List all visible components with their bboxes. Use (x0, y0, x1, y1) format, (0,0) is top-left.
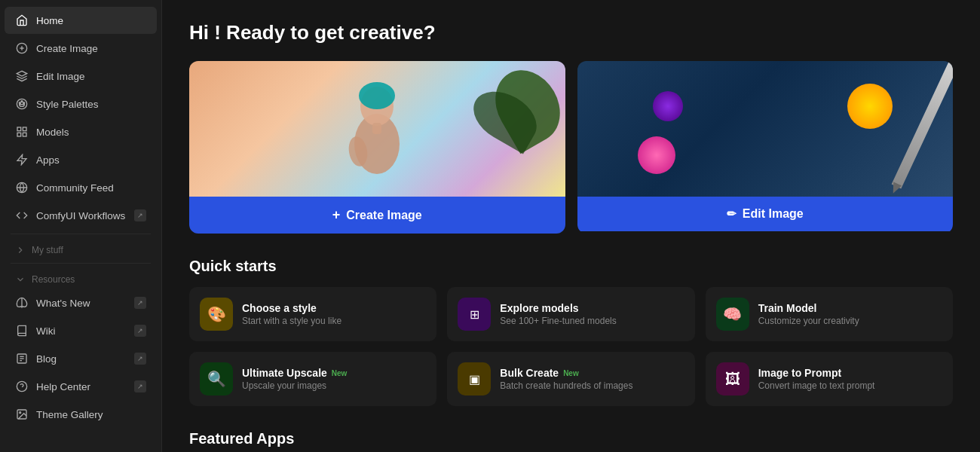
edit-image-card-image (577, 61, 954, 197)
train-model-sub: Customize your creativity (758, 316, 859, 326)
divider-2 (11, 263, 151, 264)
external-link-blog-icon: ↗ (134, 353, 146, 365)
quick-start-explore-models[interactable]: ⊞ Explore models See 100+ Fine-tuned mod… (447, 287, 694, 341)
svg-rect-10 (17, 133, 21, 136)
plus-circle-icon (15, 41, 29, 55)
external-link-whats-new-icon: ↗ (134, 297, 146, 309)
svg-marker-12 (17, 154, 26, 164)
external-link-icon: ↗ (134, 209, 146, 221)
sidebar-item-comfyui-workflows[interactable]: ComfyUI Workflows ↗ (5, 202, 157, 229)
book-icon (15, 324, 29, 337)
sidebar: Home Create Image Edit Ima (0, 0, 162, 452)
sidebar-label-create-image: Create Image (36, 43, 146, 54)
bulk-create-sub: Batch create hundreds of images (500, 380, 632, 391)
globe-icon (15, 181, 29, 194)
my-stuff-section[interactable]: My stuff (5, 239, 157, 258)
svg-point-6 (21, 101, 23, 102)
train-model-icon: 🧠 (716, 298, 749, 331)
chevron-down-icon (15, 274, 26, 285)
pencil-body (892, 61, 953, 188)
newspaper-icon (15, 352, 29, 365)
bolt-icon (15, 153, 29, 166)
ultimate-upscale-title: Ultimate Upscale New (242, 367, 347, 379)
svg-point-5 (19, 102, 20, 104)
question-circle-icon (15, 380, 29, 393)
bulk-create-new-badge: New (563, 369, 579, 377)
chevron-right-icon (15, 245, 26, 255)
sidebar-label-help-center: Help Center (36, 381, 127, 392)
svg-rect-9 (23, 127, 26, 131)
explore-models-text: Explore models See 100+ Fine-tuned model… (500, 302, 616, 326)
sidebar-item-create-image[interactable]: Create Image (5, 35, 157, 62)
my-stuff-label: My stuff (32, 245, 63, 255)
sidebar-item-models[interactable]: Models (5, 118, 157, 145)
plus-icon: + (332, 207, 341, 223)
image-to-prompt-icon: 🖼 (716, 362, 749, 396)
explore-models-icon: ⊞ (458, 298, 491, 331)
sidebar-label-theme-gallery: Theme Gallery (36, 409, 146, 420)
sidebar-label-wiki: Wiki (36, 325, 127, 337)
sidebar-item-style-palettes[interactable]: Style Palettes (5, 90, 157, 118)
pencil-tip (889, 182, 902, 195)
main-content: Hi ! Ready to get creative? (162, 0, 980, 452)
svg-rect-11 (23, 133, 26, 136)
edit-image-card[interactable]: ✏ Edit Image (577, 61, 954, 234)
sidebar-item-home[interactable]: Home (5, 7, 157, 34)
sidebar-label-home: Home (36, 15, 146, 26)
quick-start-image-to-prompt[interactable]: 🖼 Image to Prompt Convert image to text … (706, 352, 953, 406)
quick-start-bulk-create[interactable]: ▣ Bulk Create New Batch create hundreds … (447, 352, 694, 406)
quick-start-ultimate-upscale[interactable]: 🔍 Ultimate Upscale New Upscale your imag… (189, 352, 436, 406)
image-to-prompt-text: Image to Prompt Convert image to text pr… (758, 367, 875, 391)
create-image-card[interactable]: + Create Image (189, 61, 565, 234)
image-to-prompt-title: Image to Prompt (758, 367, 875, 379)
edit-image-btn-label: Edit Image (743, 207, 804, 221)
ultimate-upscale-new-badge: New (332, 369, 348, 377)
train-model-title: Train Model (758, 302, 859, 314)
sidebar-item-edit-image[interactable]: Edit Image (5, 63, 157, 90)
sidebar-item-help-center[interactable]: Help Center ↗ (5, 373, 157, 400)
gold-orb (847, 84, 893, 129)
ultimate-upscale-icon: 🔍 (200, 362, 233, 396)
explore-models-sub: See 100+ Fine-tuned models (500, 316, 616, 326)
create-image-button[interactable]: + Create Image (189, 197, 565, 234)
sidebar-label-comfyui-workflows: ComfyUI Workflows (36, 210, 127, 221)
hero-cards-container: + Create Image ✏ Edit Image (189, 61, 953, 234)
divider-1 (11, 234, 151, 234)
external-link-wiki-icon: ↗ (134, 325, 146, 337)
sidebar-item-community-feed[interactable]: Community Feed (5, 174, 157, 201)
sidebar-label-whats-new: What's New (36, 298, 127, 309)
grid-icon (15, 125, 29, 139)
featured-apps-title: Featured Apps (189, 430, 953, 447)
rocket-icon (15, 296, 29, 310)
quick-start-choose-style[interactable]: 🎨 Choose a style Start with a style you … (189, 287, 436, 341)
sidebar-item-theme-gallery[interactable]: Theme Gallery (5, 401, 157, 428)
image-gallery-icon (15, 408, 29, 421)
sidebar-item-apps[interactable]: Apps (5, 146, 157, 173)
sidebar-label-style-palettes: Style Palettes (36, 99, 146, 110)
svg-rect-26 (372, 123, 381, 134)
bulk-create-title: Bulk Create New (500, 367, 632, 379)
svg-marker-3 (17, 71, 26, 76)
resources-label: Resources (32, 274, 75, 285)
sidebar-item-blog[interactable]: Blog ↗ (5, 345, 157, 372)
create-image-card-image (189, 61, 565, 197)
sidebar-item-whats-new[interactable]: What's New ↗ (5, 289, 157, 316)
bulk-create-text: Bulk Create New Batch create hundreds of… (500, 367, 632, 391)
sidebar-label-blog: Blog (36, 353, 127, 365)
home-icon (15, 14, 29, 27)
create-image-btn-label: Create Image (346, 209, 422, 222)
svg-point-7 (23, 102, 25, 104)
svg-point-21 (20, 412, 21, 414)
code-icon (15, 209, 29, 222)
figure-illustration (332, 69, 422, 197)
quick-start-train-model[interactable]: 🧠 Train Model Customize your creativity (706, 287, 953, 341)
resources-section[interactable]: Resources (5, 268, 157, 288)
ultimate-upscale-sub: Upscale your images (242, 380, 347, 391)
pink-orb (638, 136, 675, 174)
edit-image-button[interactable]: ✏ Edit Image (577, 197, 954, 231)
choose-style-icon: 🎨 (200, 298, 233, 331)
sidebar-item-wiki[interactable]: Wiki ↗ (5, 317, 157, 344)
layers-icon (15, 69, 29, 83)
quick-starts-title: Quick starts (189, 258, 953, 275)
choose-style-sub: Start with a style you like (242, 316, 341, 326)
